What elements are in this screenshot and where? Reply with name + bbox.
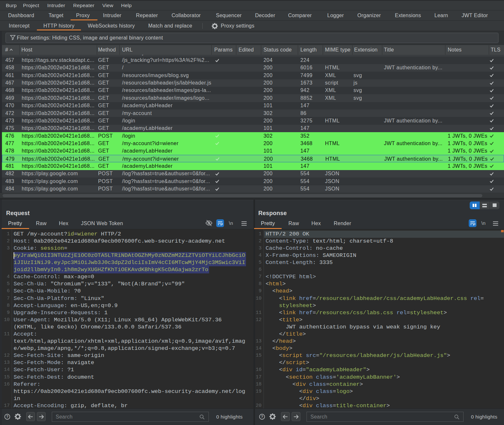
svg-text:?: ? (6, 415, 8, 419)
svg-text:?: ? (261, 415, 263, 419)
